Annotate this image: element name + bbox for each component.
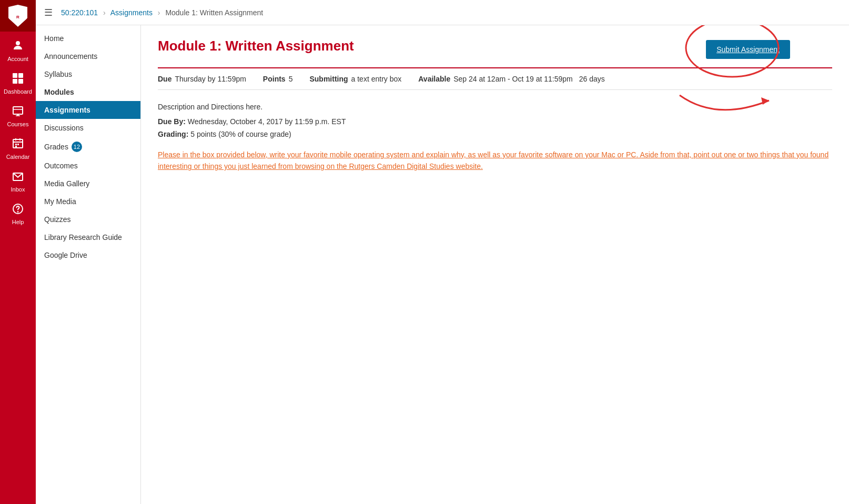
breadcrumb-sep-2: › bbox=[158, 8, 160, 17]
meta-due-value: Thursday by 11:59pm bbox=[175, 75, 246, 83]
svg-rect-7 bbox=[13, 107, 23, 114]
course-nav-discussions[interactable]: Discussions bbox=[36, 119, 140, 137]
meta-bar: Due Thursday by 11:59pm Points 5 Submitt… bbox=[158, 67, 832, 90]
dashboard-icon bbox=[12, 73, 24, 87]
help-icon bbox=[12, 203, 24, 217]
description-text: Description and Directions here. bbox=[158, 103, 832, 111]
due-by-value: Wednesday, October 4, 2017 by 11:59 p.m.… bbox=[188, 117, 346, 126]
svg-rect-5 bbox=[13, 79, 17, 84]
due-by-label: Due By: bbox=[158, 117, 188, 126]
content-main: Module 1: Written Assignment Submit Assi… bbox=[141, 25, 849, 504]
breadcrumb-bar: ☰ 50:220:101 › Assignments › Module 1: W… bbox=[36, 0, 849, 25]
breadcrumb-assignments[interactable]: Assignments bbox=[110, 8, 153, 17]
svg-rect-3 bbox=[13, 73, 17, 78]
nav-dashboard[interactable]: Dashboard bbox=[0, 67, 36, 100]
course-nav-my-media[interactable]: My Media bbox=[36, 193, 140, 210]
courses-icon bbox=[12, 105, 24, 119]
course-nav-grades[interactable]: Grades 12 bbox=[36, 137, 140, 157]
content-body: Home Announcements Syllabus Modules Assi… bbox=[36, 25, 849, 504]
course-nav-announcements[interactable]: Announcements bbox=[36, 47, 140, 65]
meta-submitting-value: a text entry box bbox=[351, 75, 402, 83]
account-icon bbox=[12, 39, 24, 54]
course-nav-home[interactable]: Home bbox=[36, 29, 140, 47]
grading-label: Grading: bbox=[158, 130, 190, 138]
svg-text:R: R bbox=[16, 15, 19, 19]
course-nav-quizzes[interactable]: Quizzes bbox=[36, 210, 140, 228]
meta-available: Available Sep 24 at 12am - Oct 19 at 11:… bbox=[418, 75, 604, 83]
breadcrumb: 50:220:101 › Assignments › Module 1: Wri… bbox=[61, 8, 263, 17]
grades-label: Grades bbox=[44, 143, 68, 151]
description-section: Description and Directions here. Due By:… bbox=[158, 103, 832, 138]
svg-point-20 bbox=[18, 211, 18, 212]
svg-rect-16 bbox=[17, 144, 19, 145]
global-nav: R Account Dashboard bbox=[0, 0, 36, 504]
svg-rect-6 bbox=[18, 79, 23, 84]
svg-point-2 bbox=[16, 41, 20, 45]
meta-available-label: Available bbox=[418, 75, 450, 83]
grades-badge: 12 bbox=[72, 142, 82, 152]
course-nav: Home Announcements Syllabus Modules Assi… bbox=[36, 25, 141, 504]
meta-submitting: Submitting a text entry box bbox=[309, 75, 401, 83]
inbox-icon bbox=[12, 170, 24, 185]
course-nav-library-research-guide[interactable]: Library Research Guide bbox=[36, 228, 140, 246]
svg-rect-15 bbox=[15, 144, 17, 145]
course-nav-modules[interactable]: Modules bbox=[36, 83, 140, 101]
calendar-icon bbox=[12, 138, 24, 152]
course-nav-outcomes[interactable]: Outcomes bbox=[36, 157, 140, 175]
inbox-label: Inbox bbox=[11, 186, 25, 193]
course-nav-google-drive[interactable]: Google Drive bbox=[36, 246, 140, 264]
nav-account[interactable]: Account bbox=[0, 34, 36, 67]
nav-help[interactable]: Help bbox=[0, 198, 36, 230]
main-area: ☰ 50:220:101 › Assignments › Module 1: W… bbox=[36, 0, 849, 504]
assignment-prompt[interactable]: Please in the box provided below, write … bbox=[158, 149, 832, 173]
course-nav-syllabus[interactable]: Syllabus bbox=[36, 65, 140, 83]
meta-available-days: 26 days bbox=[579, 75, 605, 83]
meta-due: Due Thursday by 11:59pm bbox=[158, 75, 246, 83]
course-nav-assignments[interactable]: Assignments bbox=[36, 101, 140, 119]
dashboard-label: Dashboard bbox=[4, 88, 32, 95]
grading-value: 5 points (30% of course grade) bbox=[190, 130, 291, 138]
rutgers-logo[interactable]: R bbox=[0, 0, 36, 32]
svg-rect-17 bbox=[15, 146, 17, 147]
svg-rect-4 bbox=[18, 73, 23, 78]
meta-submitting-label: Submitting bbox=[309, 75, 348, 83]
meta-points-value: 5 bbox=[289, 75, 293, 83]
submit-area: Submit Assignment bbox=[706, 40, 790, 59]
grading-row: Grading: 5 points (30% of course grade) bbox=[158, 130, 832, 138]
nav-inbox[interactable]: Inbox bbox=[0, 165, 36, 198]
meta-due-label: Due bbox=[158, 75, 171, 83]
due-by-row: Due By: Wednesday, October 4, 2017 by 11… bbox=[158, 117, 832, 126]
submit-assignment-button[interactable]: Submit Assignment bbox=[706, 40, 790, 59]
hamburger-icon[interactable]: ☰ bbox=[44, 7, 53, 18]
meta-points: Points 5 bbox=[263, 75, 293, 83]
assignment-header-row: Module 1: Written Assignment Submit Assi… bbox=[158, 38, 832, 59]
breadcrumb-current: Module 1: Written Assignment bbox=[165, 8, 263, 17]
breadcrumb-course[interactable]: 50:220:101 bbox=[61, 8, 98, 17]
meta-available-value: Sep 24 at 12am - Oct 19 at 11:59pm bbox=[453, 75, 572, 83]
nav-courses[interactable]: Courses bbox=[0, 100, 36, 133]
nav-calendar[interactable]: Calendar bbox=[0, 133, 36, 165]
meta-points-label: Points bbox=[263, 75, 286, 83]
course-nav-media-gallery[interactable]: Media Gallery bbox=[36, 175, 140, 193]
calendar-label: Calendar bbox=[6, 154, 30, 160]
account-label: Account bbox=[7, 56, 28, 62]
courses-label: Courses bbox=[7, 121, 29, 127]
breadcrumb-sep-1: › bbox=[103, 8, 106, 17]
help-label: Help bbox=[12, 219, 24, 225]
assignment-title: Module 1: Written Assignment bbox=[158, 38, 354, 54]
